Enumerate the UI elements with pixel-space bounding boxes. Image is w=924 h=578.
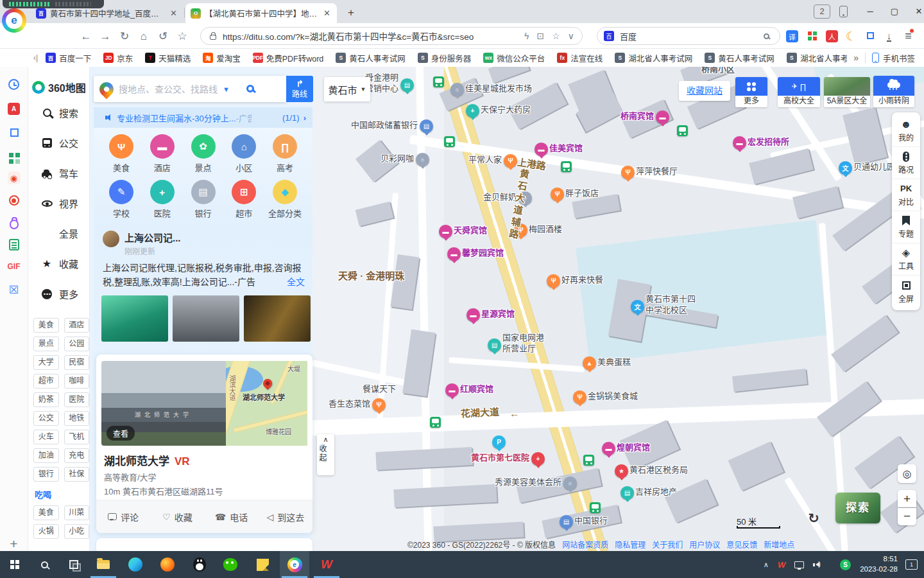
poi-pin-宏发招待所[interactable]: ▬ xyxy=(733,136,746,150)
poi-label[interactable]: 萍萍快餐厅 xyxy=(636,166,678,177)
address-bar[interactable]: https://ditu.so.com/?k=湖北黄石市第十四中学&c=黄石市&… xyxy=(200,27,583,45)
sidebar-item-bus[interactable]: 公交 xyxy=(28,128,89,158)
poi-pin-馨梦园宾馆[interactable]: ▬ xyxy=(447,247,461,261)
taskbar-browser360[interactable]: e xyxy=(280,551,309,578)
toolbar-item-topics[interactable]: 专题 xyxy=(892,211,920,243)
debug-icon[interactable] xyxy=(7,216,21,230)
taskbar-clock[interactable]: 8:51 2023-02-28 xyxy=(860,554,898,574)
category-小区[interactable]: ⌂小区 xyxy=(225,134,262,173)
comment-button[interactable]: 评论 xyxy=(96,511,150,523)
poi-pin-胖子饭店[interactable]: Ψ xyxy=(551,188,564,201)
poi-pin-天舜宾馆[interactable]: ▬ xyxy=(439,225,452,238)
poi-pin-黄石市第十四中学北校区[interactable]: 文 xyxy=(631,300,644,313)
poi-label[interactable]: 胖子饭店 xyxy=(565,188,599,199)
side-category-小吃[interactable]: 小吃 xyxy=(64,524,90,539)
pdf-extension-icon[interactable]: 人 xyxy=(824,28,840,44)
minimize-button[interactable]: ─ xyxy=(858,0,882,23)
taskbar-wechat[interactable] xyxy=(216,551,245,578)
mini-map[interactable]: 湖北师范大学 博雅花园 湖滨大道 大堤 xyxy=(226,361,307,446)
phone-sync-icon[interactable] xyxy=(839,6,848,17)
bus-stop-icon[interactable] xyxy=(583,455,594,466)
view-photo-button[interactable]: 查看 xyxy=(107,426,135,441)
poi-label[interactable]: 金贝鲜奶 xyxy=(483,192,517,203)
result-card[interactable]: 湖北师范大学 查看 湖北师范大学 博雅花园 湖滨大道 大堤 湖北师范大学VR 高… xyxy=(96,355,312,533)
vr-badge[interactable]: VR xyxy=(175,455,190,468)
flash-icon[interactable]: ϟ xyxy=(524,31,529,41)
poi-label[interactable]: 贝通幼儿园 xyxy=(853,162,895,173)
bookmark-item[interactable]: S湖北省人事考试 xyxy=(787,52,847,64)
more-tools-tile[interactable]: 更多 xyxy=(735,77,767,107)
category-酒店[interactable]: ▬酒店 xyxy=(144,134,181,173)
search-dropdown-caret[interactable]: ▼ xyxy=(223,85,230,93)
poi-pin-黄石港区税务局[interactable]: ★ xyxy=(615,464,628,478)
category-学校[interactable]: ✎学校 xyxy=(103,180,140,219)
screenshot-icon[interactable] xyxy=(7,126,21,140)
next-result-card[interactable] xyxy=(96,538,312,551)
poi-pin-吉祥房地产[interactable]: ▤ xyxy=(620,486,634,500)
explore-button[interactable]: 探索 xyxy=(835,493,880,523)
sidebar-item-search[interactable]: 搜索 xyxy=(28,98,89,128)
category-医院[interactable]: +医院 xyxy=(144,180,181,219)
notification-center-icon[interactable]: 1 xyxy=(905,559,918,570)
poi-pin-贝通幼儿园[interactable]: 文 xyxy=(839,161,852,175)
bus-stop-icon[interactable] xyxy=(444,136,455,147)
browser-tab-map-active[interactable]: O 【湖北黄石市第十四中学】地址. ✕ xyxy=(185,3,337,23)
bookmarks-overflow-icon[interactable]: » xyxy=(853,53,859,63)
footer-link[interactable]: 新增地点 xyxy=(764,539,794,550)
home-button[interactable]: ⌂ xyxy=(135,28,152,45)
qrcode-icon[interactable] xyxy=(7,150,21,164)
poi-pin-煌朝宾馆[interactable]: ▬ xyxy=(602,442,615,455)
poi-label[interactable]: 好再来快餐 xyxy=(561,275,603,286)
category-美食[interactable]: Ψ美食 xyxy=(103,134,140,173)
colleges-tile[interactable]: ✈∏ 高校大全 xyxy=(778,77,820,107)
search-icon[interactable] xyxy=(764,33,769,39)
poi-label[interactable]: 中国银行 xyxy=(574,516,608,527)
sidebar-item-panorama[interactable]: 全景 xyxy=(28,218,89,249)
poi-label[interactable]: 馨梦园宾馆 xyxy=(462,248,504,259)
poi-pin-平常人家[interactable]: Ψ xyxy=(504,154,517,168)
poi-pin-萍萍快餐厅[interactable]: Ψ xyxy=(621,166,635,179)
ad-thumbnail-gold[interactable] xyxy=(244,295,311,342)
scenic-spots-tile[interactable]: 5A景区大全 xyxy=(824,77,870,107)
taskbar-qq[interactable] xyxy=(185,551,214,578)
taskbar-search[interactable] xyxy=(30,551,59,578)
browser-search-box[interactable]: 百 百度 xyxy=(597,27,780,45)
sidebar-add-icon[interactable]: + xyxy=(7,537,21,551)
bus-stop-icon[interactable] xyxy=(590,502,601,513)
tray-sogou-icon[interactable]: S xyxy=(840,559,851,570)
poi-label[interactable]: 平常人家 xyxy=(468,155,502,166)
locate-button[interactable]: ◎ xyxy=(898,464,916,483)
search-engine-label[interactable]: 百度 xyxy=(620,30,764,42)
taskbar-taskview[interactable] xyxy=(59,551,89,578)
taskbar-start[interactable] xyxy=(0,551,30,578)
weibo-icon[interactable]: ◉ xyxy=(7,171,21,185)
reader-mode-icon[interactable]: ⊡ xyxy=(536,31,544,41)
poi-label[interactable]: 美典蛋糕 xyxy=(597,357,631,368)
url-dropdown-icon[interactable]: ∨ xyxy=(568,31,574,41)
poi-label[interactable]: 香生态菜馆 xyxy=(329,399,370,410)
side-category-火锅[interactable]: 火锅 xyxy=(33,524,59,539)
footer-link[interactable]: 隐私管理 xyxy=(615,539,646,550)
side-category-美食[interactable]: 美食 xyxy=(33,505,59,520)
side-category-咖啡[interactable]: 咖啡 xyxy=(64,374,90,389)
taskbar-explorer[interactable] xyxy=(89,551,118,578)
poi-pin-贝彩网咖[interactable]: ○ xyxy=(416,153,429,166)
bookmark-item[interactable]: 百百度一下 xyxy=(46,52,91,64)
side-category-飞机[interactable]: 飞机 xyxy=(64,430,90,444)
poi-pin-天保宁大药房[interactable]: + xyxy=(466,104,479,118)
toolbar-item-tools[interactable]: ◈ 工具 xyxy=(892,243,920,276)
bookmark-item[interactable]: S黄石人事考试网 xyxy=(336,52,406,64)
ad-thumbnail-industrial[interactable] xyxy=(173,295,239,342)
taskbar-firefox[interactable] xyxy=(153,551,182,578)
tray-expand-icon[interactable]: ∧ xyxy=(764,561,769,569)
url-text[interactable]: https://ditu.so.com/?k=湖北黄石市第十四中学&c=黄石市&… xyxy=(223,30,524,42)
footer-link[interactable]: 意见反馈 xyxy=(726,539,757,550)
tray-wps-icon[interactable]: W xyxy=(778,560,785,570)
map-search-input[interactable] xyxy=(119,84,221,94)
poi-pin-美典蛋糕[interactable]: ▲ xyxy=(583,356,596,370)
map-refresh-button[interactable]: ↻ xyxy=(804,509,823,527)
history-icon[interactable] xyxy=(7,77,21,91)
poi-label[interactable]: 黄石市第七医院 xyxy=(471,453,529,464)
poi-pin-舜金港明营销中心[interactable]: ▤ xyxy=(400,78,414,92)
poi-pin-中国银行[interactable]: ▤ xyxy=(560,515,573,529)
